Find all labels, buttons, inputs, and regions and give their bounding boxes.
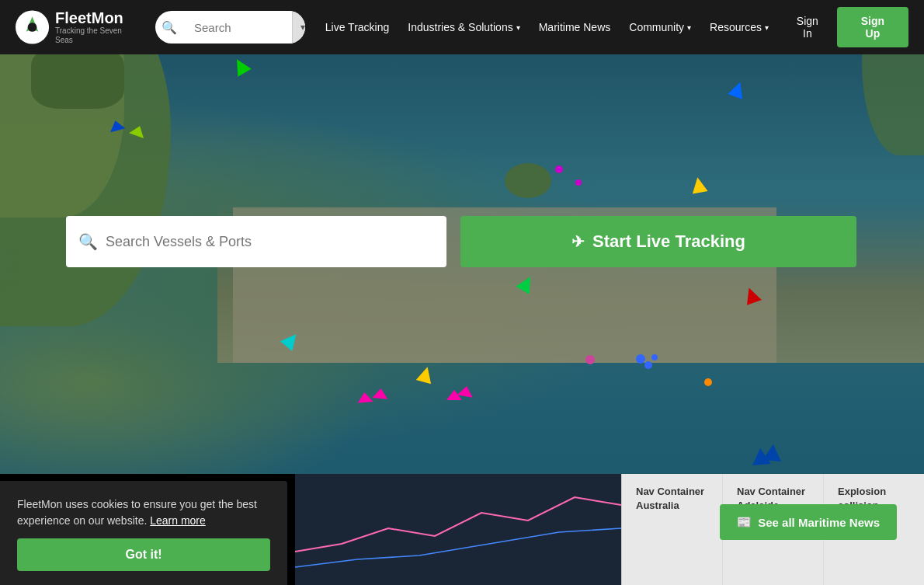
live-tracking-button[interactable]: ✈ Start Live Tracking bbox=[460, 216, 856, 267]
nav-link-community[interactable]: Community ▾ bbox=[621, 15, 699, 40]
logo-text: FleetMon Tracking the Seven Seas bbox=[55, 9, 140, 45]
logo-name: FleetMon bbox=[55, 9, 140, 26]
nav-search-dropdown[interactable]: ▾ bbox=[292, 11, 305, 44]
industries-dropdown-arrow: ▾ bbox=[516, 23, 520, 32]
vessel-search-input[interactable] bbox=[106, 234, 434, 250]
community-dropdown-arrow: ▾ bbox=[687, 23, 691, 32]
chart-svg bbox=[295, 474, 621, 585]
nav-search-bar[interactable]: 🔍 ▾ bbox=[155, 11, 305, 44]
sign-up-button[interactable]: Sign Up bbox=[837, 7, 908, 47]
cookie-learn-more-link[interactable]: Learn more bbox=[150, 514, 206, 527]
sign-in-button[interactable]: Sign In bbox=[784, 9, 831, 46]
news-item-1[interactable]: Nav Container Australia bbox=[622, 474, 723, 585]
nav-right: Sign In Sign Up bbox=[784, 7, 908, 47]
navbar: FleetMon Tracking the Seven Seas 🔍 ▾ Liv… bbox=[0, 0, 924, 54]
land-detail-1 bbox=[31, 47, 124, 109]
cookie-message: FleetMon uses cookies to ensure you get … bbox=[17, 496, 270, 529]
island bbox=[505, 163, 551, 198]
logo-tagline: Tracking the Seven Seas bbox=[55, 26, 140, 45]
svg-point-2 bbox=[28, 23, 37, 32]
vessel-search-box[interactable]: 🔍 bbox=[66, 216, 446, 267]
chart-area bbox=[295, 474, 621, 585]
news-title-1: Nav Container Australia bbox=[636, 485, 708, 513]
cookie-banner: FleetMon uses cookies to ensure you get … bbox=[0, 481, 287, 585]
nav-search-icon: 🔍 bbox=[155, 11, 183, 44]
nav-links: Live Tracking Industries & Solutions ▾ M… bbox=[318, 15, 776, 40]
newspaper-icon: 📰 bbox=[737, 515, 752, 529]
got-it-button[interactable]: Got it! bbox=[17, 538, 270, 571]
nav-link-resources[interactable]: Resources ▾ bbox=[702, 15, 776, 40]
fleetmon-logo-icon bbox=[16, 10, 49, 44]
nav-link-industries[interactable]: Industries & Solutions ▾ bbox=[400, 15, 527, 40]
cookie-actions: Got it! bbox=[17, 538, 270, 571]
logo-area: FleetMon Tracking the Seven Seas bbox=[16, 9, 140, 45]
vessel-search-icon: 🔍 bbox=[78, 232, 98, 251]
resources-dropdown-arrow: ▾ bbox=[765, 23, 769, 32]
nav-link-live-tracking[interactable]: Live Tracking bbox=[318, 15, 397, 40]
navigation-icon: ✈ bbox=[571, 232, 585, 251]
maritime-news-button[interactable]: 📰 See all Maritime News bbox=[720, 504, 897, 540]
nav-search-input[interactable] bbox=[183, 11, 292, 44]
nav-link-maritime-news[interactable]: Maritime News bbox=[531, 15, 619, 40]
hero-section: 🔍 ✈ Start Live Tracking bbox=[66, 216, 856, 267]
